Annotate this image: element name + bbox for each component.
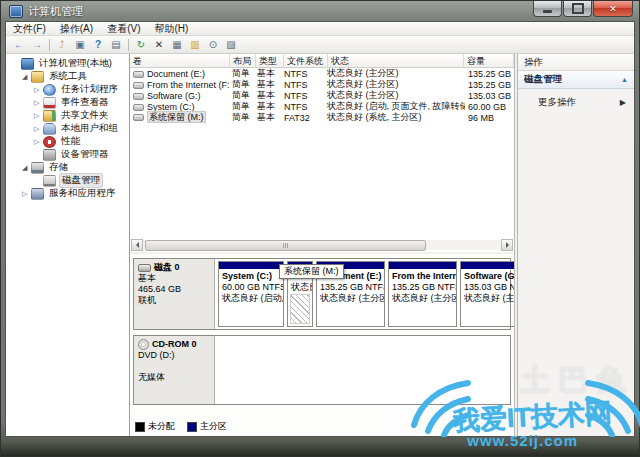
cdrom-0-label[interactable]: CD-ROM 0 DVD (D:) 无媒体 [134, 336, 215, 404]
tree-item-disk-management[interactable]: 磁盘管理 [6, 174, 129, 187]
local-users-icon [43, 123, 56, 135]
refresh-icon[interactable]: ↻ [133, 38, 149, 52]
scroll-right-button[interactable] [501, 239, 513, 251]
toolbar-separator [128, 39, 129, 51]
volume-row-system-reserved[interactable]: 系统保留 (M:) 简单 基本 FAT32 状态良好 (系统, 主分区) 96 … [130, 112, 514, 123]
search-icon[interactable]: ⊙ [205, 38, 221, 52]
column-header-volume[interactable]: 卷 [130, 54, 230, 68]
selection-hatch [290, 294, 310, 324]
tree-item-event-viewer[interactable]: ▷ 事件查看器 [6, 96, 129, 109]
expander-icon[interactable]: ◢ [22, 73, 31, 81]
volume-list-header: 卷 布局 类型 文件系统 状态 容量 [130, 54, 514, 68]
toolbar-separator [49, 39, 50, 51]
close-button[interactable]: ✕ [593, 1, 633, 17]
expander-icon[interactable]: ◢ [22, 164, 31, 172]
device-manager-icon [43, 149, 56, 161]
legend-unallocated: 未分配 [135, 420, 175, 433]
primary-partition-swatch [187, 422, 197, 432]
drive-icon [133, 82, 144, 89]
window-content: 文件(F) 操作(A) 查看(V) 帮助(H) ← → ⤴ ▣ ? ▤ ↻ ✕ … [5, 21, 635, 437]
properties-icon[interactable]: ▦ [169, 38, 185, 52]
actions-pane: 操作 磁盘管理 ▲ 更多操作 ▶ [517, 54, 634, 436]
expander-icon[interactable]: ▷ [22, 190, 31, 198]
system-tools-icon [31, 71, 44, 83]
column-header-layout[interactable]: 布局 [230, 54, 256, 68]
horizontal-scrollbar[interactable] [131, 240, 513, 250]
back-icon[interactable]: ← [11, 38, 27, 52]
more-actions-item[interactable]: 更多操作 ▶ [518, 89, 634, 109]
column-header-status[interactable]: 状态 [328, 54, 464, 68]
actions-section-disk-management[interactable]: 磁盘管理 ▲ [518, 71, 634, 89]
volume-list: 卷 布局 类型 文件系统 状态 容量 Document (E:) 简单 基本 N… [130, 54, 514, 254]
task-scheduler-icon [43, 84, 56, 96]
partition-tooltip: 系统保留 (M:) [279, 264, 344, 279]
help-topics-icon[interactable]: ▨ [223, 38, 239, 52]
cdrom-empty-area [215, 336, 510, 404]
tree-item-shared-folders[interactable]: ▷ 共享文件夹 [6, 109, 129, 122]
scrollbar-thumb[interactable] [145, 240, 426, 251]
show-hide-console-tree-icon[interactable]: ▤ [108, 38, 124, 52]
submenu-arrow-icon: ▶ [620, 98, 626, 107]
tree-item-system-tools[interactable]: ◢ 系统工具 [6, 70, 129, 83]
menu-help[interactable]: 帮助(H) [147, 22, 195, 36]
disk-0-type: 基本 [138, 273, 210, 284]
menu-action[interactable]: 操作(A) [53, 22, 100, 36]
scroll-left-button[interactable] [131, 239, 143, 251]
delete-icon[interactable]: ✕ [151, 38, 167, 52]
column-header-capacity[interactable]: 容量 [464, 54, 514, 68]
forward-icon[interactable]: → [29, 38, 45, 52]
computer-icon [21, 58, 34, 70]
actions-header: 操作 [518, 54, 634, 71]
console-window-icon[interactable]: ▣ [72, 38, 88, 52]
up-level-icon[interactable]: ⤴ [54, 38, 70, 52]
minimize-icon [543, 10, 552, 13]
open-folder-icon[interactable]: ▥ [187, 38, 203, 52]
partition-from-the-internet-f[interactable]: From the Intern 135.25 GB NTFS 状态良好 (主分区… [388, 261, 457, 327]
tree-item-computer-management[interactable]: 计算机管理(本地) [6, 57, 129, 70]
menu-view[interactable]: 查看(V) [100, 22, 147, 36]
primary-partition-bar [389, 262, 456, 270]
graphical-view: 磁盘 0 基本 465.64 GB 联机 系统保留 (M:) System (C… [130, 254, 514, 436]
menu-file[interactable]: 文件(F) [6, 22, 53, 36]
column-header-filesystem[interactable]: 文件系统 [284, 54, 328, 68]
shared-folders-icon [43, 110, 56, 122]
collapse-icon[interactable]: ▲ [621, 76, 628, 83]
menubar: 文件(F) 操作(A) 查看(V) 帮助(H) [6, 22, 634, 36]
partition-system-c[interactable]: System (C:) 60.00 GB NTFS 状态良好 (启动, 页面文件… [218, 261, 284, 327]
window-title: 计算机管理 [28, 4, 83, 19]
tree-item-services-applications[interactable]: ▷ 服务和应用程序 [6, 187, 129, 200]
partition-legend: 未分配 主分区 [132, 420, 512, 436]
expander-icon[interactable]: ▷ [34, 138, 43, 146]
legend-primary-partition: 主分区 [187, 420, 227, 433]
expander-icon[interactable]: ▷ [34, 99, 43, 107]
expander-icon[interactable]: ▷ [34, 112, 43, 120]
toolbar: ← → ⤴ ▣ ? ▤ ↻ ✕ ▦ ▥ ⊙ ▨ [6, 36, 634, 54]
maximize-icon [572, 3, 584, 14]
scroll-right-icon [506, 242, 512, 248]
partition-software-g[interactable]: Software (G:) 135.03 GB NTFS 状态良好 (主分区) [460, 261, 514, 327]
disk-0-label[interactable]: 磁盘 0 基本 465.64 GB 联机 [134, 259, 215, 329]
tree-item-task-scheduler[interactable]: ▷ 任务计划程序 [6, 83, 129, 96]
tree-item-device-manager[interactable]: 设备管理器 [6, 148, 129, 161]
minimize-button[interactable] [533, 1, 562, 17]
disk-0-status: 联机 [138, 295, 210, 306]
drive-icon [133, 93, 144, 100]
tree-item-performance[interactable]: ▷ 性能 [6, 135, 129, 148]
performance-icon [43, 136, 56, 148]
console-tree: 计算机管理(本地) ◢ 系统工具 ▷ 任务计划程序 ▷ 事件查看器 [6, 54, 130, 436]
cd-rom-icon [138, 339, 149, 350]
services-icon [31, 188, 44, 200]
disk-0-size: 465.64 GB [138, 284, 210, 295]
column-header-type[interactable]: 类型 [256, 54, 284, 68]
maximize-button[interactable] [563, 1, 592, 17]
help-icon[interactable]: ? [90, 38, 106, 52]
expander-icon[interactable]: ▷ [34, 125, 43, 133]
expander-icon[interactable]: ▷ [34, 86, 43, 94]
scrollbar-track[interactable] [143, 240, 501, 250]
primary-partition-bar [461, 262, 514, 270]
drive-icon [133, 114, 144, 121]
disk-management-pane: 卷 布局 类型 文件系统 状态 容量 Document (E:) 简单 基本 N… [130, 54, 515, 436]
scroll-left-icon [133, 242, 139, 248]
tree-item-local-users-groups[interactable]: ▷ 本地用户和组 [6, 122, 129, 135]
disk-management-icon [43, 175, 56, 187]
